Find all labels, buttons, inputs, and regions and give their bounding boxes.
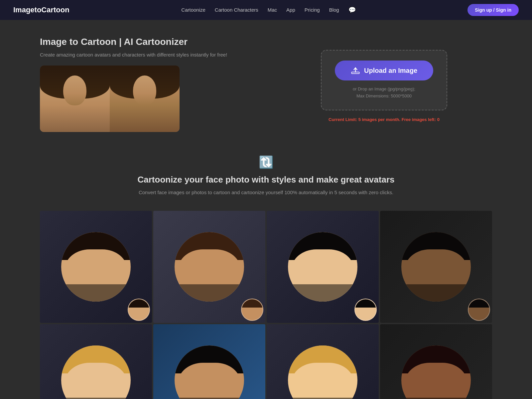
nav-blog[interactable]: Blog — [329, 7, 339, 13]
cartoon-clothes — [175, 398, 244, 399]
cartoon-container — [40, 324, 152, 399]
nav-cartoonize[interactable]: Cartoonize — [181, 7, 205, 13]
hero-image-pair — [40, 66, 180, 132]
cartoon-face-base — [65, 363, 127, 399]
gallery-item[interactable] — [380, 324, 492, 399]
cartoon-container — [267, 324, 379, 399]
gallery-item[interactable] — [40, 324, 152, 399]
upload-area[interactable]: Upload an Image or Drop an Image (jpg/pn… — [321, 50, 447, 110]
nav-pricing[interactable]: Pricing — [305, 7, 320, 13]
gallery-item[interactable] — [267, 211, 379, 323]
navbar: ImagetoCartoon Cartoonize Cartoon Charac… — [0, 0, 532, 20]
gallery-item[interactable] — [40, 211, 152, 323]
gallery-item[interactable] — [153, 211, 265, 323]
cartoon-face-base — [405, 363, 467, 399]
cartoon-face-base — [291, 363, 354, 399]
hero-title: Image to Cartoon | AI Cartoonizer — [40, 37, 256, 47]
small-thumbnail — [128, 299, 150, 321]
small-hair — [468, 299, 489, 308]
cartoon-container — [380, 211, 492, 323]
cartoon-face-circle — [288, 345, 357, 399]
upload-button-label: Upload an Image — [364, 67, 417, 74]
cartoon-face-base — [178, 363, 240, 399]
cartoon-container — [153, 211, 265, 323]
nav-links: Cartoonize Cartoon Characters Mac App Pr… — [181, 6, 355, 14]
small-hair — [128, 299, 149, 308]
cartoon-clothes — [175, 284, 244, 302]
cartoon-container — [40, 211, 152, 323]
cartoon-face-circle — [401, 232, 471, 302]
limit-text: Current Limit: 5 images per month. Free … — [329, 117, 440, 122]
cartoon-clothes — [288, 398, 357, 399]
cartoon-face-circle — [288, 232, 357, 302]
hero-right: Upload an Image or Drop an Image (jpg/pn… — [276, 37, 492, 122]
hero-description: Create amazing cartoon avatars and chara… — [40, 51, 256, 59]
small-hair — [242, 299, 263, 308]
cartoon-clothes — [61, 398, 131, 399]
nav-app[interactable]: App — [286, 7, 295, 13]
hero-section: Image to Cartoon | AI Cartoonizer Create… — [0, 20, 532, 145]
face-overlay-2 — [133, 75, 156, 105]
cartoon-clothes — [401, 398, 471, 399]
cartoon-clothes — [288, 284, 357, 302]
cartoon-face-circle — [61, 345, 131, 399]
gallery-item[interactable] — [267, 324, 379, 399]
cartoon-face-circle — [401, 345, 471, 399]
cartoon-container — [380, 324, 492, 399]
gallery-grid — [0, 211, 532, 399]
free-images-count: 0 — [437, 117, 440, 122]
cartoon-face-circle — [61, 232, 131, 302]
site-logo[interactable]: ImagetoCartoon — [13, 6, 69, 14]
upload-button[interactable]: Upload an Image — [335, 61, 433, 80]
section-description: Convert face images or photos to cartoon… — [40, 189, 492, 197]
small-thumbnail — [468, 299, 490, 321]
cartoon-container — [153, 324, 265, 399]
face-photo-2 — [110, 66, 180, 132]
cartoon-face-circle — [175, 345, 244, 399]
middle-section: 🔃 Cartoonize your face photo with styles… — [0, 145, 532, 211]
cartoon-face-circle — [175, 232, 244, 302]
cartoon-clothes — [61, 284, 131, 302]
upload-hint: or Drop an Image (jpg/png/jpeg); Max Dim… — [335, 86, 433, 100]
spinner-icon: 🔃 — [40, 155, 492, 169]
small-thumbnail — [241, 299, 263, 321]
section-heading: Cartoonize your face photo with styles a… — [40, 175, 492, 185]
cartoon-container — [267, 211, 379, 323]
hero-left: Image to Cartoon | AI Cartoonizer Create… — [40, 37, 256, 132]
face-overlay-1 — [63, 75, 86, 105]
upload-icon — [351, 66, 360, 75]
gallery-item[interactable] — [153, 324, 265, 399]
nav-mac[interactable]: Mac — [268, 7, 277, 13]
chat-icon[interactable]: 💬 — [348, 7, 356, 13]
small-thumbnail — [354, 299, 377, 321]
cartoon-clothes — [401, 284, 471, 302]
gallery-item[interactable] — [380, 211, 492, 323]
face-photo-1 — [40, 66, 110, 132]
small-hair — [355, 299, 376, 308]
nav-cartoon-characters[interactable]: Cartoon Characters — [215, 7, 258, 13]
signup-button[interactable]: Sign up / Sign in — [467, 4, 519, 16]
